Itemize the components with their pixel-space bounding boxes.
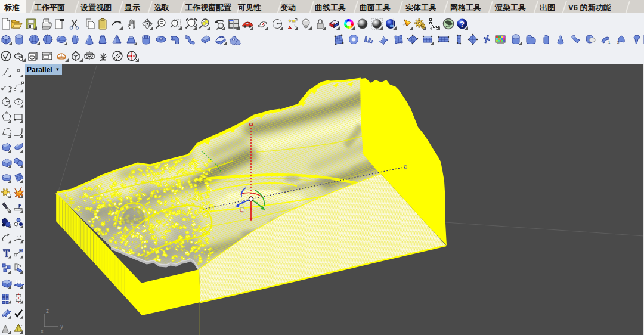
svg-text:y: y [60,323,63,330]
svg-text:1: 1 [608,41,611,44]
svg-text:?: ? [460,20,465,29]
svg-text:x: x [41,328,44,334]
svg-text:E: E [240,208,243,212]
svg-text:z: z [46,308,49,314]
